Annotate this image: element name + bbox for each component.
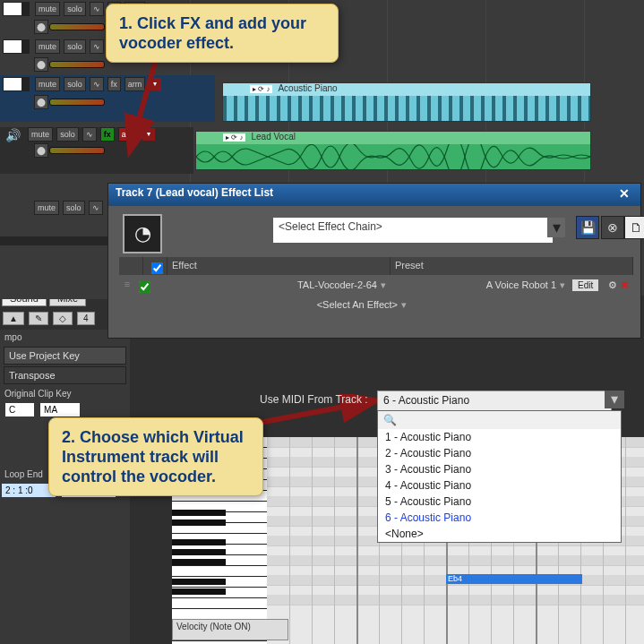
audio-waveform <box>196 144 590 169</box>
midi-option-selected[interactable]: 6 - Acoustic Piano <box>378 510 621 526</box>
arrow-to-fx <box>115 54 168 161</box>
solo-button[interactable]: solo <box>64 77 86 91</box>
grip-icon[interactable]: ≡ <box>119 279 135 291</box>
clip-title: ▸ ⟳ ♪Acoustic Piano <box>223 83 590 96</box>
automation-icon[interactable]: ∿ <box>90 2 104 16</box>
midi-option[interactable]: 5 - Acoustic Piano <box>378 494 621 510</box>
speaker-icon: 🔊 <box>0 128 25 141</box>
transpose-button[interactable]: Transpose <box>4 366 126 384</box>
tool-draw-icon[interactable]: ✎ <box>29 312 48 325</box>
effect-header-row: Effect Preset <box>119 257 633 275</box>
callout-step2: 2. Choose which Virtual Instrument track… <box>48 417 263 496</box>
preset-dropdown-icon[interactable]: ▾ <box>560 279 572 291</box>
midi-keyboard-icon <box>3 77 30 91</box>
save-chain-icon[interactable]: 💾 <box>576 216 599 239</box>
select-effect-placeholder[interactable]: <Select An Effect> <box>151 299 401 310</box>
effect-enable-checkbox[interactable] <box>139 281 150 293</box>
gear-icon[interactable]: ⚙ <box>608 279 621 291</box>
midi-note-eb4[interactable]: Eb4 <box>446 574 582 584</box>
page-number[interactable]: 4 <box>77 312 95 325</box>
solo-button[interactable]: solo <box>56 127 79 142</box>
clip-icons: ▸ ⟳ ♪ <box>250 85 272 93</box>
use-project-key-button[interactable]: Use Project Key <box>4 347 126 365</box>
pan-icon[interactable]: ⬤ <box>34 20 48 34</box>
preset-name[interactable]: A Voice Robot 1 <box>393 279 560 290</box>
velocity-lane-label[interactable]: Velocity (Note ON) <box>172 619 288 640</box>
solo-button[interactable]: solo <box>64 39 86 54</box>
midi-option[interactable]: 3 - Acoustic Piano <box>378 461 621 477</box>
effect-dropdown-icon[interactable]: ▾ <box>401 299 414 311</box>
effect-chain-select[interactable]: <Select Effect Chain> <box>273 218 553 243</box>
clip-title: ▸ ⟳ ♪Lead Vocal <box>196 132 590 144</box>
effect-chain-icon: ◔ <box>123 214 162 253</box>
midi-from-track-label: Use MIDI From Track : <box>260 393 368 406</box>
enable-all-checkbox[interactable] <box>151 262 163 274</box>
clip-icons: ▸ ⟳ ♪ <box>223 133 245 142</box>
volume-fader[interactable] <box>49 147 105 154</box>
callout-step1: 1. Click FX and add your vocoder effect. <box>106 4 339 63</box>
midi-option[interactable]: 4 - Acoustic Piano <box>378 477 621 494</box>
svg-line-0 <box>131 63 155 148</box>
pan-icon[interactable]: ⬤ <box>34 95 48 109</box>
effect-row-add[interactable]: <Select An Effect> ▾ <box>119 295 633 314</box>
midi-track-dropdown-list[interactable]: 🔍 1 - Acoustic Piano 2 - Acoustic Piano … <box>377 410 622 543</box>
solo-button[interactable]: solo <box>64 2 86 16</box>
automation-icon[interactable]: ∿ <box>90 77 104 91</box>
dialog-titlebar[interactable]: Track 7 (Lead vocal) Effect List ✕ <box>108 184 640 206</box>
effect-name[interactable]: TAL-Vocoder-2-64 <box>151 279 381 290</box>
volume-fader[interactable] <box>49 61 105 68</box>
tool-ptr-icon[interactable]: ▲ <box>3 312 24 325</box>
track-row-piano[interactable]: mute solo ∿ fx arm ▾ ⬤ <box>0 75 215 122</box>
midi-keyboard-icon <box>3 39 30 54</box>
new-chain-icon[interactable]: 🗋 <box>624 216 644 239</box>
track-row-5[interactable]: mute solo ∿ <box>0 188 107 217</box>
mute-button[interactable]: mute <box>35 39 60 54</box>
volume-fader[interactable] <box>49 99 105 106</box>
tool-plus-icon[interactable]: ◇ <box>53 312 73 325</box>
midi-keyboard-icon <box>3 2 30 16</box>
mute-button[interactable]: mute <box>34 201 59 215</box>
midi-dropdown-caret[interactable]: ▾ <box>605 391 624 408</box>
mute-button[interactable]: mute <box>35 77 60 91</box>
effect-dropdown-icon[interactable]: ▾ <box>381 279 393 291</box>
chain-dropdown-caret[interactable]: ▾ <box>547 218 565 237</box>
solo-button[interactable]: solo <box>63 201 85 215</box>
midi-notes-preview <box>223 96 590 121</box>
delete-chain-icon[interactable]: ⊗ <box>601 216 624 239</box>
col-effect: Effect <box>167 257 391 275</box>
original-clip-key-label: Original Clip Key <box>0 386 130 401</box>
effect-row-1[interactable]: ≡ TAL-Vocoder-2-64 ▾ A Voice Robot 1 ▾ E… <box>119 275 633 295</box>
mute-button[interactable]: mute <box>28 127 53 142</box>
key-value[interactable]: C <box>5 403 34 416</box>
effect-list-dialog: Track 7 (Lead vocal) Effect List ✕ ◔ <Se… <box>107 183 641 339</box>
automation-icon[interactable]: ∿ <box>82 127 97 142</box>
close-icon[interactable]: ✕ <box>619 186 633 201</box>
mute-button[interactable]: mute <box>35 2 60 16</box>
fx-button[interactable]: fx <box>100 127 115 142</box>
automation-icon[interactable]: ∿ <box>90 39 104 54</box>
midi-option[interactable]: 2 - Acoustic Piano <box>378 445 621 461</box>
pan-icon[interactable]: ⬤ <box>34 57 48 72</box>
midi-option[interactable]: 1 - Acoustic Piano <box>378 429 621 445</box>
col-preset: Preset <box>391 257 633 275</box>
remove-effect-icon[interactable]: ✖ <box>621 279 633 291</box>
clip-acoustic-piano[interactable]: ▸ ⟳ ♪Acoustic Piano <box>222 82 591 122</box>
col-enable <box>143 257 167 275</box>
col-grip <box>119 257 143 275</box>
edit-button[interactable]: Edit <box>572 279 598 291</box>
key-mode-value[interactable]: MA <box>40 403 80 416</box>
midi-option[interactable]: <None> <box>378 526 621 542</box>
search-icon[interactable]: 🔍 <box>378 411 621 429</box>
automation-icon[interactable]: ∿ <box>89 201 103 215</box>
loop-end-value[interactable]: 2 : 1 :0 <box>2 484 56 497</box>
pan-icon[interactable]: ⬤ <box>34 143 48 158</box>
dialog-title: Track 7 (Lead vocal) Effect List <box>116 186 273 199</box>
volume-fader[interactable] <box>49 23 105 30</box>
clip-lead-vocal[interactable]: ▸ ⟳ ♪Lead Vocal <box>195 131 591 170</box>
